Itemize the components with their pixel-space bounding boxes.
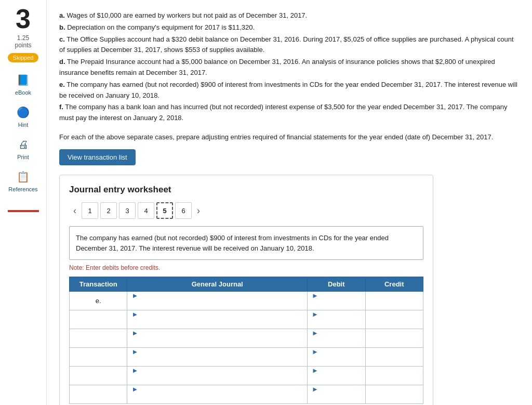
debit-arrow-5: ► xyxy=(310,367,318,374)
credit-cell-2[interactable] xyxy=(365,310,423,329)
tab-button-6[interactable]: 6 xyxy=(175,202,192,219)
debit-cell-1[interactable]: ► xyxy=(308,292,365,310)
red-line-decoration xyxy=(8,210,39,212)
worksheet-title: Journal entry worksheet xyxy=(69,185,423,195)
transaction-cell-2 xyxy=(70,310,127,329)
tab-prev-button[interactable]: ‹ xyxy=(69,205,81,216)
debit-arrow-1: ► xyxy=(310,292,318,299)
debit-cell-2[interactable]: ► xyxy=(308,310,365,329)
debit-arrow-3: ► xyxy=(310,329,318,337)
general-journal-cell-5[interactable]: ► xyxy=(127,367,308,385)
debit-cell-5[interactable]: ► xyxy=(308,367,365,385)
table-row: ► ► xyxy=(70,348,423,367)
table-row: ► ► xyxy=(70,310,423,329)
row-arrow-2: ► xyxy=(129,310,138,318)
debit-input-6[interactable] xyxy=(310,393,363,403)
col-header-transaction: Transaction xyxy=(70,277,127,292)
problem-item-e: e. The company has earned (but not recor… xyxy=(59,80,520,101)
col-header-debit: Debit xyxy=(308,277,365,292)
problem-list: a. Wages of $10,000 are earned by worker… xyxy=(59,10,520,124)
general-journal-input-1[interactable] xyxy=(129,299,305,310)
problem-item-b: b. Depreciation on the company's equipme… xyxy=(59,22,520,33)
transaction-cell-1: e. xyxy=(70,292,127,310)
general-journal-cell-6[interactable]: ► xyxy=(127,385,308,404)
tab-button-5[interactable]: 5 xyxy=(156,202,173,219)
credit-input-4[interactable] xyxy=(368,352,421,362)
tab-button-1[interactable]: 1 xyxy=(82,202,98,219)
debit-cell-3[interactable]: ► xyxy=(308,329,365,348)
general-journal-input-3[interactable] xyxy=(129,337,305,347)
sidebar-item-label-hint: Hint xyxy=(18,122,29,128)
points-label: 1.25 points xyxy=(15,34,31,49)
sidebar-item-label-references: References xyxy=(8,186,37,192)
problem-item-a: a. Wages of $10,000 are earned by worker… xyxy=(59,10,520,21)
instruction-text: For each of the above separate cases, pr… xyxy=(59,132,520,142)
debit-input-2[interactable] xyxy=(310,318,363,329)
question-number: 3 xyxy=(16,5,31,32)
worksheet-container: Journal entry worksheet ‹ 1 2 3 4 5 6 › … xyxy=(59,175,433,405)
tabs-row: ‹ 1 2 3 4 5 6 › xyxy=(69,202,423,219)
credit-cell-6[interactable] xyxy=(365,385,423,404)
problem-item-f: f. The company has a bank loan and has i… xyxy=(59,102,520,124)
credit-input-2[interactable] xyxy=(368,315,421,325)
sidebar-item-label-ebook: eBook xyxy=(15,89,31,96)
skipped-badge: Skipped xyxy=(8,53,39,62)
table-row: ► ► xyxy=(70,367,423,385)
credit-input-1[interactable] xyxy=(368,296,421,306)
sidebar: 3 1.25 points Skipped 📘 eBook 🔵 Hint 🖨 P… xyxy=(0,0,47,405)
note-text: Note: Enter debits before credits. xyxy=(69,264,423,271)
credit-input-3[interactable] xyxy=(368,333,421,344)
sidebar-item-hint[interactable]: 🔵 Hint xyxy=(15,104,32,128)
general-journal-input-2[interactable] xyxy=(129,318,305,329)
debit-input-1[interactable] xyxy=(310,299,363,310)
view-transaction-button[interactable]: View transaction list xyxy=(59,149,136,165)
sidebar-item-print[interactable]: 🖨 Print xyxy=(15,136,32,160)
general-journal-input-4[interactable] xyxy=(129,356,305,366)
problem-item-c: c. The Office Supplies account had a $32… xyxy=(59,34,520,56)
table-row: ► ► xyxy=(70,385,423,404)
row-arrow-6: ► xyxy=(129,385,138,393)
general-journal-cell-2[interactable]: ► xyxy=(127,310,308,329)
row-arrow-1: ► xyxy=(129,292,138,299)
credit-cell-4[interactable] xyxy=(365,348,423,367)
general-journal-cell-3[interactable]: ► xyxy=(127,329,308,348)
debit-input-3[interactable] xyxy=(310,337,363,347)
row-arrow-4: ► xyxy=(129,348,138,356)
main-content: a. Wages of $10,000 are earned by worker… xyxy=(47,0,532,405)
tab-button-4[interactable]: 4 xyxy=(138,202,154,219)
col-header-credit: Credit xyxy=(365,277,423,292)
journal-table: Transaction General Journal Debit Credit… xyxy=(69,277,423,404)
table-row: ► ► xyxy=(70,329,423,348)
debit-input-5[interactable] xyxy=(310,374,363,385)
debit-input-4[interactable] xyxy=(310,356,363,366)
credit-input-6[interactable] xyxy=(368,389,421,400)
tab-button-3[interactable]: 3 xyxy=(119,202,136,219)
sidebar-item-label-print: Print xyxy=(17,154,29,160)
transaction-cell-4 xyxy=(70,348,127,367)
table-row: e. ► ► xyxy=(70,292,423,310)
tab-next-button[interactable]: › xyxy=(193,205,204,216)
transaction-cell-3 xyxy=(70,329,127,348)
general-journal-input-5[interactable] xyxy=(129,374,305,385)
tab-button-2[interactable]: 2 xyxy=(100,202,117,219)
general-journal-input-6[interactable] xyxy=(129,393,305,403)
debit-cell-6[interactable]: ► xyxy=(308,385,365,404)
sidebar-item-ebook[interactable]: 📘 eBook xyxy=(15,72,32,96)
debit-arrow-4: ► xyxy=(310,348,318,356)
sidebar-item-references[interactable]: 📋 References xyxy=(8,168,37,192)
debit-cell-4[interactable]: ► xyxy=(308,348,365,367)
col-header-general-journal: General Journal xyxy=(127,277,308,292)
debit-arrow-2: ► xyxy=(310,310,318,318)
credit-input-5[interactable] xyxy=(368,371,421,381)
ebook-icon: 📘 xyxy=(15,72,32,88)
row-arrow-3: ► xyxy=(129,329,138,337)
credit-cell-3[interactable] xyxy=(365,329,423,348)
general-journal-cell-1[interactable]: ► xyxy=(127,292,308,310)
hint-icon: 🔵 xyxy=(15,104,32,121)
description-box: The company has earned (but not recorded… xyxy=(69,226,423,260)
general-journal-cell-4[interactable]: ► xyxy=(127,348,308,367)
credit-cell-5[interactable] xyxy=(365,367,423,385)
transaction-cell-6 xyxy=(70,385,127,404)
row-arrow-5: ► xyxy=(129,367,138,374)
credit-cell-1[interactable] xyxy=(365,292,423,310)
